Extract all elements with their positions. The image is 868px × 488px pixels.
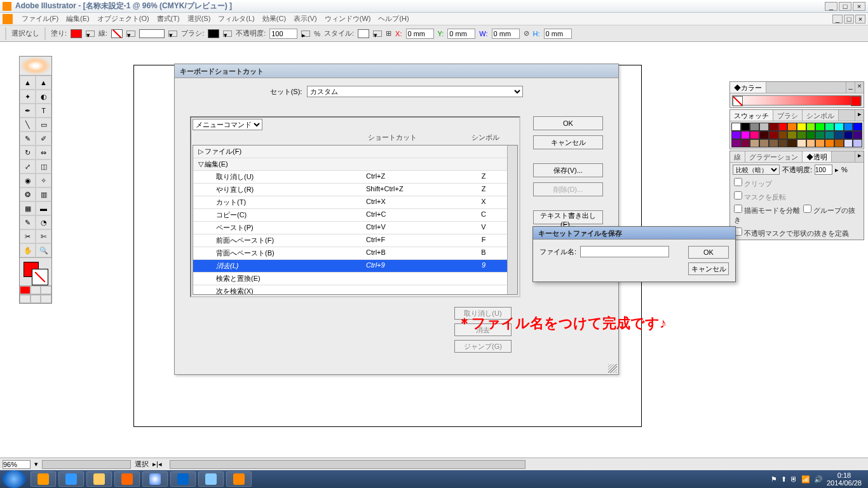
menu-type[interactable]: 書式(T) [153, 13, 184, 25]
start-button[interactable] [3, 470, 25, 488]
menu-edit[interactable]: 編集(E) [62, 13, 93, 25]
resize-grip-icon[interactable] [608, 364, 617, 373]
tray-network-icon[interactable]: ⬆ [781, 475, 787, 484]
swatch-grid[interactable] [730, 121, 864, 149]
tab-stroke[interactable]: 線 [730, 151, 745, 162]
fill-dropdown-icon[interactable]: ▾ [86, 30, 95, 37]
swatch-color[interactable] [731, 139, 741, 147]
panel-min-icon[interactable]: _ [846, 82, 855, 93]
swatch-color[interactable] [787, 123, 797, 131]
swatch-color[interactable] [769, 123, 778, 131]
save-ok-button[interactable]: OK [688, 246, 729, 259]
maximize-button[interactable]: □ [839, 2, 851, 11]
tray-flag-icon[interactable]: ⚑ [771, 475, 777, 484]
swatch-color[interactable] [778, 131, 788, 139]
save-cancel-button[interactable]: キャンセル [688, 262, 729, 275]
x-input[interactable] [406, 29, 434, 39]
scale-tool[interactable]: ⤢ [20, 159, 36, 173]
set-select[interactable]: カスタム [307, 86, 523, 97]
filename-input[interactable] [580, 246, 669, 257]
shortcut-list[interactable]: ▷ファイル(F)▽編集(E)取り消し(U)Ctrl+ZZやり直し(R)Shift… [193, 145, 518, 295]
brush-tool[interactable]: ✎ [20, 132, 36, 146]
free-transform-tool[interactable]: ✧ [36, 173, 51, 187]
knockout-checkbox[interactable] [803, 205, 811, 213]
shortcut-row[interactable]: 次を検索(X) [193, 285, 517, 295]
wand-tool[interactable]: ✦ [20, 90, 36, 104]
stroke-swatch[interactable] [111, 29, 123, 38]
swatch-color[interactable] [825, 123, 834, 131]
swatch-color[interactable] [815, 123, 825, 131]
mesh-tool[interactable]: ▦ [20, 201, 36, 215]
cancel-button[interactable]: キャンセル [533, 135, 603, 149]
taskbar-notepad[interactable] [198, 471, 224, 487]
swatch-color[interactable] [731, 131, 741, 139]
zoom-input[interactable] [3, 460, 31, 469]
graph-tool[interactable]: ▥ [36, 187, 51, 201]
warp-tool[interactable]: ◉ [20, 173, 36, 187]
tab-gradient[interactable]: グラデーション [745, 151, 803, 162]
tray-clock[interactable]: 0:182014/06/28 [827, 471, 862, 487]
tab-symbols[interactable]: シンボル [803, 110, 839, 121]
swatch-color[interactable] [759, 131, 769, 139]
swatch-color[interactable] [815, 139, 825, 147]
y-input[interactable] [447, 29, 475, 39]
swatch-color[interactable] [787, 131, 797, 139]
swatch-color[interactable] [769, 139, 778, 147]
doc-minimize-button[interactable]: _ [832, 15, 843, 24]
isolate-checkbox[interactable] [734, 205, 742, 213]
zoom-tool[interactable]: 🔍 [36, 243, 51, 257]
color-spectrum[interactable] [732, 95, 862, 105]
category-select[interactable]: メニューコマンド [193, 119, 262, 130]
menu-window[interactable]: ウィンドウ(W) [321, 13, 375, 25]
reflect-tool[interactable]: ⇔ [36, 146, 51, 159]
swatch-color[interactable] [769, 131, 778, 139]
swatch-color[interactable] [806, 123, 816, 131]
tray-shield-icon[interactable]: ⛨ [790, 475, 797, 483]
screen-mode-2[interactable] [31, 295, 41, 303]
ok-button[interactable]: OK [533, 116, 603, 130]
swatch-color[interactable] [834, 139, 844, 147]
shortcut-row[interactable]: ▷ファイル(F) [193, 146, 517, 158]
gradient-tool[interactable]: ▬ [36, 201, 51, 215]
none-mode-icon[interactable] [41, 286, 51, 294]
rotate-tool[interactable]: ↻ [20, 146, 36, 159]
swatch-color[interactable] [853, 123, 862, 131]
swatch-color[interactable] [825, 131, 834, 139]
swatch-color[interactable] [741, 139, 750, 147]
jump-button[interactable]: ジャンプ(G) [454, 340, 512, 353]
swatch-color[interactable] [834, 131, 844, 139]
menu-help[interactable]: ヘルプ(H) [374, 13, 412, 25]
fill-stroke-indicator[interactable] [20, 257, 51, 285]
shortcut-row[interactable]: 消去(L)Ctrl+99 [193, 260, 517, 273]
swatch-color[interactable] [797, 123, 806, 131]
swatch-color[interactable] [815, 131, 825, 139]
opacity-input[interactable] [269, 29, 297, 39]
eyedropper-tool[interactable]: ✎ [20, 215, 36, 229]
taskbar-wmp[interactable] [31, 471, 56, 487]
swatch-color[interactable] [806, 139, 816, 147]
shortcut-row[interactable]: 前面へペースト(F)Ctrl+FF [193, 234, 517, 247]
tray-wifi-icon[interactable]: 📶 [801, 475, 810, 484]
shortcut-row[interactable]: 取り消し(U)Ctrl+ZZ [193, 171, 517, 184]
swatch-color[interactable] [778, 139, 788, 147]
taskbar-ie[interactable] [58, 471, 84, 487]
h-scrollbar-main[interactable] [170, 460, 526, 469]
swatch-color[interactable] [844, 139, 853, 147]
export-button[interactable]: テキスト書き出し(E)... [533, 210, 603, 224]
menu-file[interactable]: ファイル(F) [18, 13, 62, 25]
close-button[interactable]: × [853, 2, 865, 11]
tab-color[interactable]: ◆カラー [730, 82, 766, 93]
stroke-weight[interactable] [139, 29, 165, 38]
taskbar-app1[interactable] [114, 471, 140, 487]
lasso-tool[interactable]: ◐ [36, 90, 51, 104]
doc-restore-button[interactable]: □ [844, 15, 854, 24]
swatch-color[interactable] [750, 123, 759, 131]
h-input[interactable] [544, 29, 572, 39]
swatch-color[interactable] [806, 131, 816, 139]
swatch-color[interactable] [787, 139, 797, 147]
selection-tool[interactable]: ▲ [20, 76, 36, 90]
shortcut-row[interactable]: ペースト(P)Ctrl+VV [193, 222, 517, 234]
swatch-color[interactable] [741, 131, 750, 139]
panel-opacity-input[interactable] [815, 165, 832, 175]
swatch-color[interactable] [750, 131, 759, 139]
